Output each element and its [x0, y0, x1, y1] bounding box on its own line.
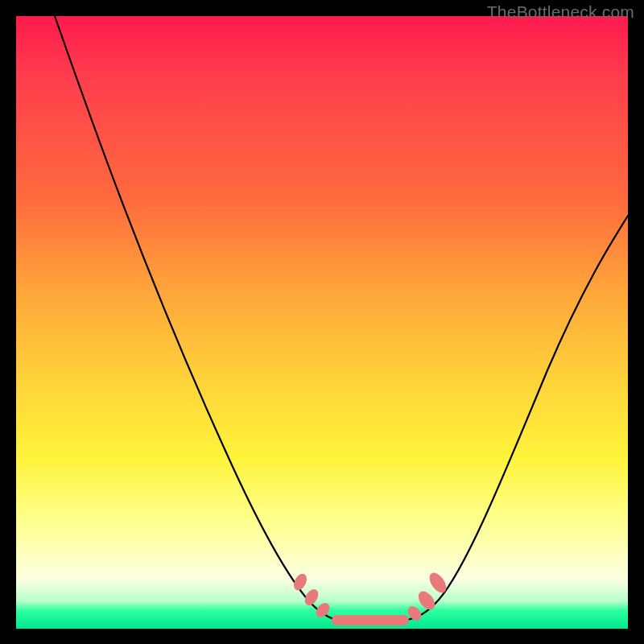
outer-frame: TheBottleneck.com [0, 0, 644, 644]
chart-svg [16, 16, 628, 629]
curve-right-arm [407, 216, 628, 620]
curve-left-arm [55, 16, 336, 620]
marker-dot [415, 588, 439, 613]
marker-dot [426, 570, 449, 596]
marker-flat-bar [332, 615, 409, 625]
marker-group [291, 570, 450, 625]
